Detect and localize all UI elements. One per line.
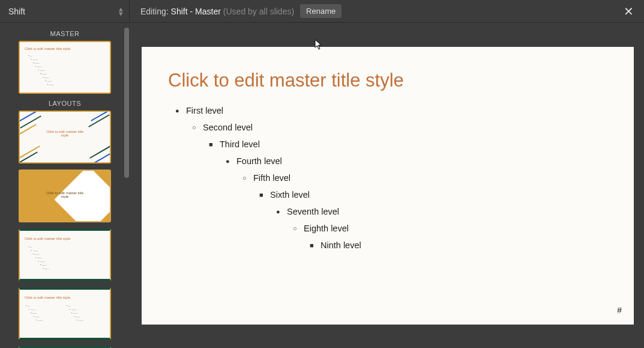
scrollbar-thumb[interactable] bbox=[124, 28, 129, 178]
rename-button[interactable]: Rename bbox=[300, 4, 342, 18]
close-icon[interactable]: ✕ bbox=[621, 4, 636, 19]
text-level[interactable]: Ninth level bbox=[320, 237, 607, 254]
text-level[interactable]: Sixth level bbox=[270, 186, 607, 203]
editing-label: Editing: Shift - Master(Used by all slid… bbox=[140, 7, 294, 16]
text-level[interactable]: Fifth level bbox=[253, 169, 607, 186]
master-title-placeholder[interactable]: Click to edit master title style bbox=[168, 70, 607, 91]
master-section-label: MASTER bbox=[4, 30, 126, 37]
slide-number-placeholder[interactable]: # bbox=[617, 305, 622, 315]
layout-thumbnail-3[interactable]: Click to edit master title style • — ∘ —… bbox=[19, 228, 111, 281]
text-level[interactable]: Third level bbox=[220, 136, 607, 153]
sidebar[interactable]: MASTER Click to edit master title style … bbox=[0, 23, 130, 348]
layouts-section-label: LAYOUTS bbox=[4, 100, 126, 107]
layout-thumbnail-4[interactable]: Click to edit master title style • — ∘ —… bbox=[19, 287, 111, 340]
sidebar-scrollbar[interactable] bbox=[124, 28, 130, 196]
canvas-area[interactable]: Click to edit master title style First l… bbox=[130, 23, 644, 348]
text-level[interactable]: Eighth level bbox=[304, 220, 607, 237]
main-area: MASTER Click to edit master title style … bbox=[0, 23, 644, 348]
text-level[interactable]: Fourth level bbox=[236, 153, 607, 169]
master-slide[interactable]: Click to edit master title style First l… bbox=[142, 47, 634, 325]
layout-thumbnail-1[interactable]: Click to edit master title style bbox=[19, 111, 111, 163]
body-placeholder[interactable]: First levelSecond levelThird levelFourth… bbox=[168, 102, 607, 254]
master-thumbnail[interactable]: Click to edit master title style • — ∘ —… bbox=[19, 41, 111, 94]
text-level[interactable]: Second level bbox=[203, 119, 607, 136]
theme-selector[interactable]: Shift ▴▾ bbox=[0, 0, 130, 23]
theme-name: Shift bbox=[8, 7, 25, 16]
text-level[interactable]: Seventh level bbox=[287, 203, 607, 220]
updown-icon: ▴▾ bbox=[119, 7, 123, 16]
layout-thumbnail-2[interactable]: Click to edit master title style bbox=[19, 169, 111, 222]
text-level[interactable]: First level bbox=[186, 102, 607, 119]
top-bar: Shift ▴▾ Editing: Shift - Master(Used by… bbox=[0, 0, 644, 23]
